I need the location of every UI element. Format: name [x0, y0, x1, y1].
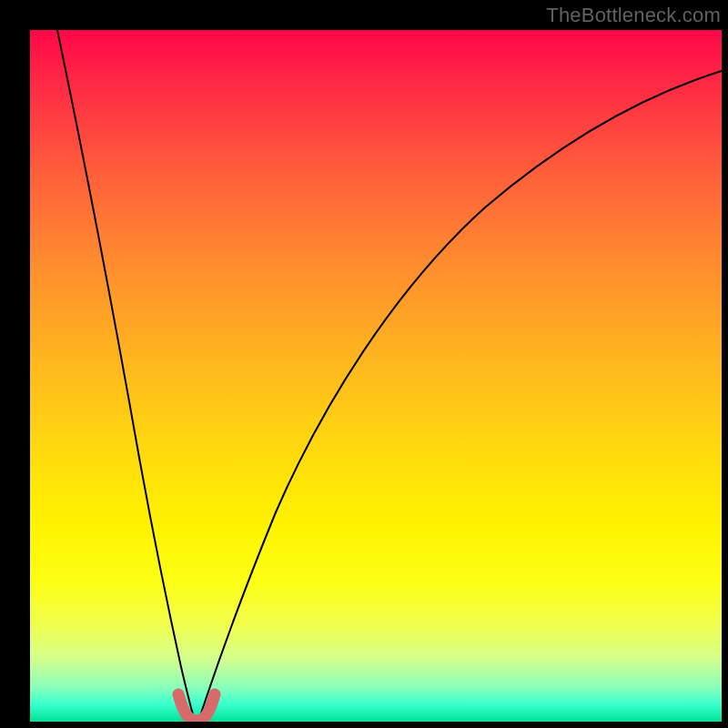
chart-svg: [30, 30, 722, 722]
chart-frame: TheBottleneck.com: [0, 0, 728, 728]
plot-area: [30, 30, 722, 722]
valley-highlight: [178, 694, 215, 721]
bottleneck-curve: [57, 30, 722, 719]
watermark-text: TheBottleneck.com: [546, 4, 721, 27]
